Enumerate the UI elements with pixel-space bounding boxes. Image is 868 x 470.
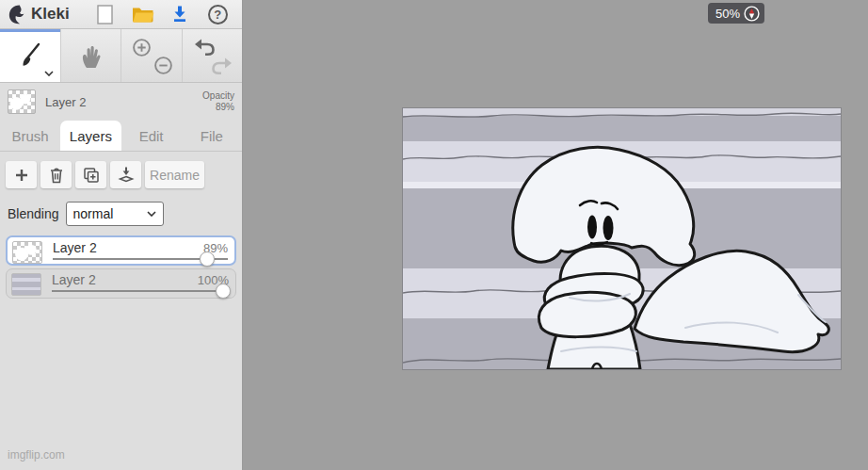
hand-tool-button[interactable] [60, 29, 121, 82]
blending-value: normal [73, 206, 147, 221]
zoom-in-icon[interactable] [132, 38, 152, 57]
zoom-level: 50% [715, 7, 740, 21]
history-tools-cell [182, 29, 243, 82]
zoom-out-icon[interactable] [153, 56, 173, 75]
layer-name: Layer 2 [53, 240, 97, 255]
character-arm-lower [538, 292, 635, 336]
tab-file[interactable]: File [182, 121, 242, 151]
save-download-icon [170, 5, 189, 24]
slider-knob[interactable] [216, 284, 231, 299]
new-image-icon [97, 5, 113, 24]
blending-row: Blending normal [6, 202, 236, 226]
workspace[interactable]: 50% [244, 0, 868, 470]
tab-layers[interactable]: Layers [60, 121, 121, 151]
duplicate-layer-button[interactable] [75, 161, 106, 188]
brush-tool-button[interactable] [0, 29, 60, 82]
opacity-label: Opacity [202, 90, 234, 102]
layer-thumbnail [12, 241, 42, 264]
imgflip-watermark: imgflip.com [8, 448, 65, 462]
open-folder-icon [132, 6, 154, 24]
duplicate-icon [83, 167, 100, 184]
panel-tabs: Brush Layers Edit File [0, 121, 242, 152]
topbar-actions: ? [87, 2, 242, 26]
open-file-button[interactable] [130, 2, 156, 26]
layers-panel: Rename Blending normal Layer 2 [0, 152, 242, 299]
layer-opacity-slider[interactable] [52, 287, 229, 296]
layer-preview-name: Layer 2 [45, 95, 86, 109]
compass-needle-icon [744, 6, 760, 22]
tab-brush[interactable]: Brush [0, 121, 60, 151]
save-button[interactable] [167, 2, 193, 26]
delete-layer-button[interactable] [40, 161, 72, 188]
left-panel: Kleki [0, 0, 243, 470]
hand-icon [79, 43, 102, 69]
canvas-artwork [403, 108, 841, 369]
merge-layer-button[interactable] [110, 161, 141, 188]
layer-thumbnail [11, 273, 41, 296]
zoom-badge[interactable]: 50% [708, 3, 764, 24]
layer-name: Layer 2 [52, 272, 96, 287]
slider-track [52, 290, 229, 292]
app-logo: Kleki [0, 4, 87, 25]
app-title: Kleki [31, 5, 70, 24]
opacity-value: 89% [202, 102, 234, 113]
zoom-tools-cell [121, 29, 182, 82]
new-image-button[interactable] [92, 2, 119, 26]
layer-list: Layer 2 89% Layer 2 100% [6, 235, 236, 299]
merge-down-icon [118, 166, 135, 184]
undo-icon[interactable] [193, 38, 216, 57]
layer-row-bottom[interactable]: Layer 2 100% [6, 268, 236, 299]
top-toolbar: Kleki [0, 0, 242, 29]
redo-icon[interactable] [211, 57, 233, 75]
help-button[interactable]: ? [204, 2, 231, 26]
layer-preview-thumbnail [8, 89, 36, 114]
help-icon: ? [208, 5, 228, 24]
slider-knob[interactable] [200, 251, 215, 267]
selected-layer-preview[interactable]: Layer 2 Opacity 89% [0, 83, 242, 121]
rename-layer-button[interactable]: Rename [145, 161, 204, 188]
layer-opacity-slider[interactable] [53, 255, 228, 264]
brush-icon [18, 41, 42, 70]
trash-icon [49, 167, 64, 184]
add-layer-button[interactable] [6, 161, 37, 188]
layer-buttons-row: Rename [6, 161, 236, 188]
brush-options-chevron-icon[interactable] [44, 71, 54, 76]
chevron-down-icon [147, 211, 156, 217]
tool-row [0, 29, 242, 83]
kleki-app: Kleki [0, 0, 868, 470]
blending-select[interactable]: normal [66, 202, 164, 226]
opacity-readout: Opacity 89% [202, 90, 234, 113]
layer-row-top[interactable]: Layer 2 89% [6, 235, 236, 266]
plus-icon [13, 167, 30, 184]
tab-edit[interactable]: Edit [121, 121, 182, 151]
kleki-swirl-icon [8, 4, 28, 25]
drawing-canvas[interactable] [403, 108, 841, 369]
blending-label: Blending [8, 206, 59, 221]
